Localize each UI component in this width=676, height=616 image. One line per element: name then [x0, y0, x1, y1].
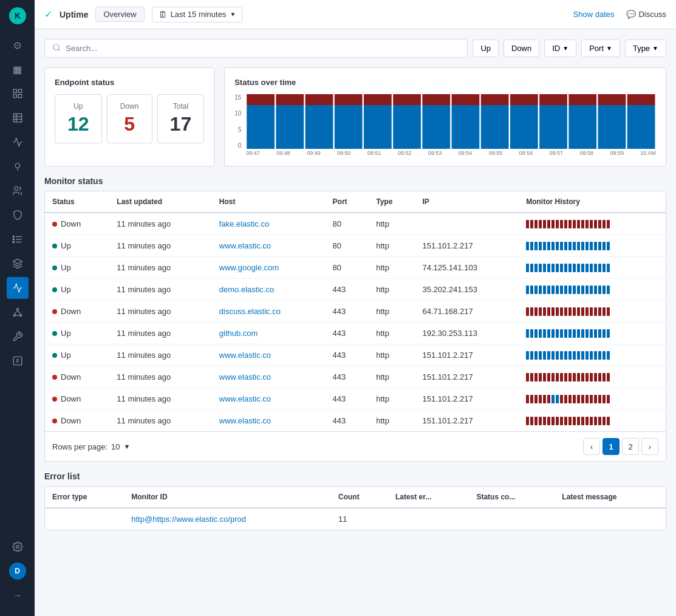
host-link[interactable]: www.google.com: [219, 263, 279, 272]
metric-up: Up 12: [55, 94, 102, 143]
time-range-selector[interactable]: 🗓 Last 15 minutes ▼: [152, 7, 243, 22]
tab-overview[interactable]: Overview: [95, 7, 144, 22]
cell-status: Down: [45, 301, 109, 323]
host-link[interactable]: www.elastic.co: [219, 372, 271, 382]
search-bar[interactable]: [44, 39, 468, 58]
history-bar: [526, 220, 529, 228]
history-bar: [539, 220, 542, 228]
chart-icon[interactable]: [7, 131, 29, 153]
history-bar: [598, 220, 601, 228]
layers-icon[interactable]: [7, 83, 29, 104]
cell-type: http: [369, 366, 415, 388]
history-bar: [530, 329, 533, 338]
cell-host[interactable]: www.elastic.co: [212, 344, 326, 366]
page-2-button[interactable]: 2: [622, 438, 639, 455]
host-link[interactable]: demo.elastic.co: [219, 285, 274, 294]
history-bar: [534, 395, 538, 403]
x-label-10am: 10 AM: [640, 150, 656, 156]
history-bar: [586, 351, 589, 360]
discuss-button[interactable]: 💬 Discuss: [626, 10, 666, 19]
cell-host[interactable]: github.com: [212, 323, 326, 344]
rows-per-page-dropdown-icon[interactable]: ▼: [124, 443, 131, 450]
history-bar: [534, 329, 538, 338]
history-bar: [556, 395, 559, 403]
cell-host[interactable]: demo.elastic.co: [212, 279, 326, 301]
svg-rect-5: [18, 95, 21, 98]
cell-host[interactable]: fake.elastic.co: [212, 213, 326, 235]
host-link[interactable]: www.elastic.co: [219, 351, 271, 360]
history-bar: [603, 417, 606, 425]
time-range-value: Last 15 minutes: [171, 10, 227, 19]
rows-per-page-value: 10: [111, 442, 120, 451]
error-list-section: Error list Error type Monitor ID Count L…: [44, 471, 666, 530]
search-row: Up Down ID ▼ Port ▼ Type ▼: [44, 39, 666, 58]
history-bar: [551, 417, 555, 425]
svg-point-16: [13, 236, 14, 237]
history-bar: [607, 395, 610, 403]
filter-down-button[interactable]: Down: [504, 39, 539, 57]
wrench-icon[interactable]: [7, 326, 29, 347]
history-bar: [530, 307, 533, 316]
list-icon[interactable]: [7, 228, 29, 250]
table-icon[interactable]: [7, 107, 29, 129]
history-bar: [594, 351, 597, 360]
cell-host[interactable]: www.elastic.co: [212, 388, 326, 410]
x-label-0957: 09:57: [550, 150, 564, 156]
cell-host[interactable]: www.google.com: [212, 257, 326, 279]
people-icon[interactable]: [7, 180, 29, 202]
monitor-history-bars: [526, 242, 658, 250]
filter-id-button[interactable]: ID ▼: [544, 39, 576, 57]
page-1-button[interactable]: 1: [603, 438, 620, 455]
svg-point-12: [14, 187, 18, 190]
filter-port-button[interactable]: Port ▼: [581, 39, 620, 57]
table-row: Down11 minutes agofake.elastic.co80http: [45, 213, 666, 235]
pin-icon[interactable]: [7, 156, 29, 177]
logo[interactable]: K: [7, 5, 29, 27]
next-page-button[interactable]: ›: [641, 438, 658, 455]
cell-type: http: [369, 344, 415, 366]
nodes-icon[interactable]: [7, 301, 29, 323]
x-label-0955: 09:55: [489, 150, 503, 156]
uptime-icon[interactable]: [7, 277, 29, 299]
user-avatar[interactable]: D: [9, 563, 26, 580]
cell-history: [519, 213, 666, 235]
cell-monitor-id[interactable]: http@https://www.elastic.co/prod: [124, 508, 331, 530]
host-link[interactable]: www.elastic.co: [219, 416, 271, 425]
host-link[interactable]: discuss.elastic.co: [219, 307, 281, 316]
cell-host[interactable]: www.elastic.co: [212, 410, 326, 432]
stack-icon[interactable]: [7, 253, 29, 275]
home-icon[interactable]: ⊙: [7, 34, 29, 56]
cell-error-type: [45, 508, 124, 530]
filter-up-button[interactable]: Up: [473, 39, 499, 57]
history-bar: [568, 373, 572, 382]
monitor-id-link[interactable]: http@https://www.elastic.co/prod: [131, 515, 246, 524]
down-value: 5: [120, 113, 140, 135]
cell-host[interactable]: www.elastic.co: [212, 235, 326, 257]
shield-icon[interactable]: [7, 204, 29, 226]
host-link[interactable]: www.elastic.co: [219, 241, 271, 250]
y-label-10: 10: [234, 110, 241, 117]
history-bar: [556, 307, 559, 316]
history-bar: [560, 417, 563, 425]
search-input[interactable]: [66, 44, 460, 53]
filter-type-button[interactable]: Type ▼: [625, 39, 666, 57]
cell-host[interactable]: discuss.elastic.co: [212, 301, 326, 323]
host-link[interactable]: fake.elastic.co: [219, 219, 269, 228]
prev-page-button[interactable]: ‹: [583, 438, 600, 455]
dashboard-icon[interactable]: ▦: [7, 58, 29, 80]
cell-type: http: [369, 323, 415, 344]
history-bar: [556, 220, 559, 228]
history-bar: [556, 242, 559, 250]
ml-icon[interactable]: [7, 350, 29, 372]
host-link[interactable]: www.elastic.co: [219, 394, 271, 403]
show-dates-button[interactable]: Show dates: [573, 10, 615, 19]
history-bar: [560, 329, 563, 338]
host-link[interactable]: github.com: [219, 329, 258, 338]
cell-last-updated: 11 minutes ago: [109, 235, 211, 257]
cell-host[interactable]: www.elastic.co: [212, 366, 326, 388]
arrow-right-icon[interactable]: →: [7, 584, 29, 606]
status-dot: [52, 419, 57, 423]
svg-rect-40: [393, 94, 421, 105]
history-bar: [598, 373, 601, 382]
settings-icon[interactable]: [7, 536, 29, 558]
